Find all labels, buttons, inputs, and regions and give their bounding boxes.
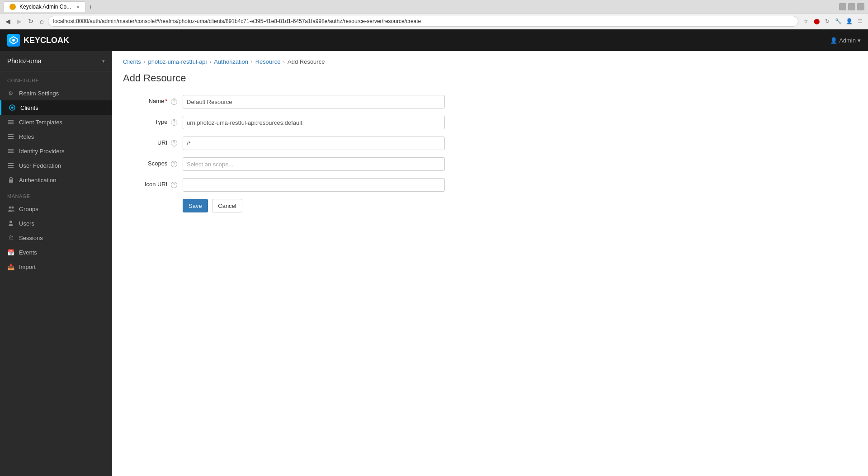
browser-tab[interactable]: Keycloak Admin Co... × xyxy=(4,1,85,12)
sidebar-item-user-federation[interactable]: User Federation xyxy=(0,158,112,173)
uri-label: URI ? xyxy=(123,137,177,146)
sidebar-item-import[interactable]: 📥 Import xyxy=(0,259,112,274)
window-maximize[interactable] xyxy=(848,3,855,10)
configure-section-label: Configure xyxy=(0,71,112,86)
extension-icon-4[interactable]: 👤 xyxy=(844,17,854,26)
scopes-label: Scopes ? xyxy=(123,157,177,167)
sidebar-item-events[interactable]: 📅 Events xyxy=(0,245,112,259)
cancel-button[interactable]: Cancel xyxy=(212,199,242,212)
extension-icon-1[interactable]: ⬤ xyxy=(812,17,821,26)
name-info-icon[interactable]: ? xyxy=(171,99,177,105)
home-button[interactable]: ⌂ xyxy=(38,17,45,26)
sidebar-item-users[interactable]: Users xyxy=(0,216,112,231)
back-button[interactable]: ◀ xyxy=(4,17,12,26)
realm-selector[interactable]: Photoz-uma ▾ xyxy=(0,51,112,71)
svg-rect-7 xyxy=(8,134,14,135)
import-icon: 📥 xyxy=(7,263,14,270)
sidebar-item-label-clients: Clients xyxy=(20,104,38,111)
clients-icon xyxy=(9,104,16,111)
reload-button[interactable]: ↻ xyxy=(26,17,35,26)
events-icon: 📅 xyxy=(7,249,14,256)
scopes-input[interactable] xyxy=(183,157,445,171)
extension-icon-3[interactable]: 🔧 xyxy=(834,17,843,26)
sidebar-item-label-user-federation: User Federation xyxy=(19,162,61,169)
breadcrumb-sep-4: › xyxy=(283,59,285,65)
breadcrumb-sep-3: › xyxy=(251,59,253,65)
top-nav: KEYCLOAK 👤 Admin ▾ xyxy=(0,29,868,51)
manage-section-label: Manage xyxy=(0,187,112,202)
scopes-info-icon[interactable]: ? xyxy=(171,161,177,167)
sidebar-item-label-sessions: Sessions xyxy=(19,235,43,241)
sidebar-item-label-users: Users xyxy=(19,220,34,227)
realm-name: Photoz-uma xyxy=(7,57,41,65)
sidebar-item-sessions[interactable]: ⏱ Sessions xyxy=(0,231,112,245)
address-bar[interactable] xyxy=(48,16,798,27)
tab-close-button[interactable]: × xyxy=(76,4,79,9)
menu-icon[interactable]: ☰ xyxy=(855,17,864,26)
svg-rect-11 xyxy=(8,151,14,151)
sidebar-item-client-templates[interactable]: Client Templates xyxy=(0,115,112,129)
icon-uri-info-icon[interactable]: ? xyxy=(171,182,177,188)
roles-icon xyxy=(7,133,14,140)
sessions-icon: ⏱ xyxy=(7,234,14,241)
sidebar-item-label-import: Import xyxy=(19,264,36,270)
type-input[interactable] xyxy=(183,116,445,129)
save-button[interactable]: Save xyxy=(183,199,208,212)
content-area: Clients › photoz-uma-restful-api › Autho… xyxy=(112,51,868,476)
sidebar-item-label-realm-settings: Realm Settings xyxy=(19,90,59,97)
svg-rect-13 xyxy=(8,163,14,164)
new-tab-button[interactable]: + xyxy=(85,1,96,12)
icon-uri-label: Icon URI ? xyxy=(123,178,177,188)
form-actions: Save Cancel xyxy=(183,199,485,212)
svg-rect-8 xyxy=(8,136,14,137)
sidebar: Photoz-uma ▾ Configure ⚙ Realm Settings … xyxy=(0,51,112,476)
name-field-group: Name* ? xyxy=(123,95,485,108)
client-templates-icon xyxy=(7,118,14,126)
authentication-icon xyxy=(7,176,14,184)
sidebar-item-roles[interactable]: Roles xyxy=(0,129,112,144)
sidebar-item-label-identity-providers: Identity Providers xyxy=(19,148,64,155)
name-required: * xyxy=(165,98,167,104)
svg-rect-15 xyxy=(8,167,14,168)
sidebar-item-label-client-templates: Client Templates xyxy=(19,119,62,126)
sidebar-item-label-events: Events xyxy=(19,249,37,256)
window-minimize[interactable] xyxy=(839,3,846,10)
uri-field-group: URI ? xyxy=(123,137,485,150)
scopes-field-group: Scopes ? xyxy=(123,157,485,171)
browser-toolbar-icons: ☆ ⬤ ↻ 🔧 👤 ☰ xyxy=(801,17,864,26)
admin-menu[interactable]: 👤 Admin ▾ xyxy=(830,37,861,44)
forward-button[interactable]: ▶ xyxy=(15,17,24,26)
extension-icon-2[interactable]: ↻ xyxy=(823,17,832,26)
breadcrumb-authorization[interactable]: Authorization xyxy=(214,58,248,65)
breadcrumb-photoz-uma[interactable]: photoz-uma-restful-api xyxy=(148,58,207,65)
svg-rect-16 xyxy=(9,179,13,183)
admin-chevron: ▾ xyxy=(858,37,861,44)
breadcrumb-clients[interactable]: Clients xyxy=(123,58,141,65)
breadcrumb-resource[interactable]: Resource xyxy=(255,58,281,65)
sidebar-item-realm-settings[interactable]: ⚙ Realm Settings xyxy=(0,86,112,100)
main-layout: Photoz-uma ▾ Configure ⚙ Realm Settings … xyxy=(0,51,868,476)
svg-point-18 xyxy=(11,207,14,209)
type-info-icon[interactable]: ? xyxy=(171,119,177,126)
sidebar-item-clients[interactable]: Clients xyxy=(0,100,112,115)
sidebar-item-label-roles: Roles xyxy=(19,133,34,140)
sidebar-item-identity-providers[interactable]: Identity Providers xyxy=(0,144,112,158)
bookmark-icon[interactable]: ☆ xyxy=(801,17,810,26)
svg-rect-14 xyxy=(8,165,14,166)
sidebar-item-label-groups: Groups xyxy=(19,206,38,212)
groups-icon xyxy=(7,205,14,212)
sidebar-item-groups[interactable]: Groups xyxy=(0,202,112,216)
keycloak-logo: KEYCLOAK xyxy=(7,34,69,47)
svg-rect-12 xyxy=(8,152,14,153)
name-input[interactable] xyxy=(183,95,445,108)
app-container: KEYCLOAK 👤 Admin ▾ Photoz-uma ▾ Configur… xyxy=(0,29,868,476)
sidebar-item-authentication[interactable]: Authentication xyxy=(0,173,112,187)
browser-chrome: Keycloak Admin Co... × + ◀ ▶ ↻ ⌂ ☆ ⬤ ↻ 🔧… xyxy=(0,0,868,29)
uri-input[interactable] xyxy=(183,137,445,150)
keycloak-logo-icon xyxy=(7,34,20,47)
window-close[interactable] xyxy=(857,3,864,10)
tab-title: Keycloak Admin Co... xyxy=(19,4,71,10)
uri-info-icon[interactable]: ? xyxy=(171,140,177,146)
icon-uri-input[interactable] xyxy=(183,178,445,192)
page-title: Add Resource xyxy=(123,72,857,84)
